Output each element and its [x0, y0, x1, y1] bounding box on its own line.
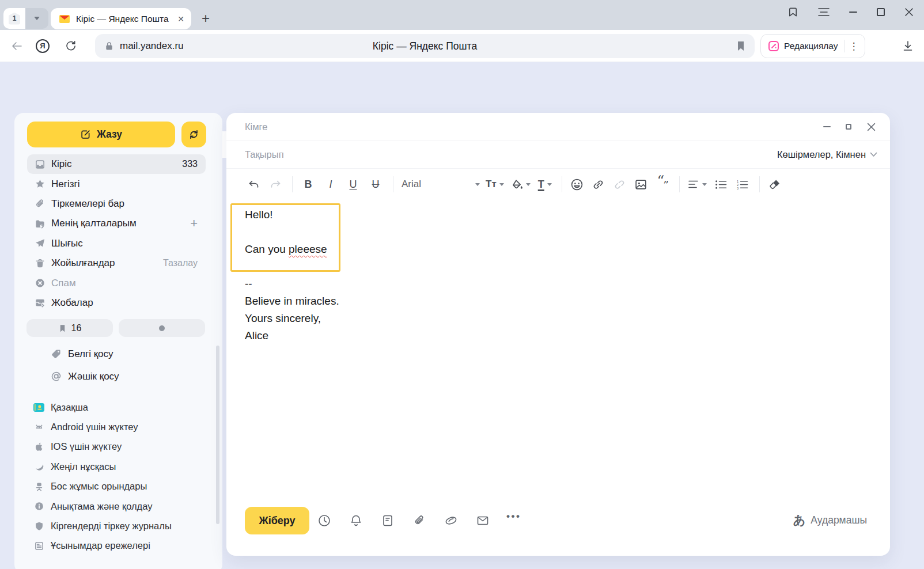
tab-list-chevron-button[interactable] — [25, 8, 48, 29]
sidebar-item-trash[interactable]: Жойылғандар Тазалау — [27, 253, 206, 273]
insert-image-button[interactable] — [634, 176, 648, 193]
window-maximize-icon[interactable] — [877, 8, 885, 16]
undo-button[interactable] — [247, 176, 261, 193]
new-tab-button[interactable]: + — [197, 8, 214, 29]
sidebar-item-spam[interactable]: Спам — [27, 273, 206, 293]
clear-formatting-eraser-button[interactable] — [768, 176, 782, 193]
add-folder-icon[interactable]: + — [190, 216, 198, 231]
insert-link-button[interactable] — [592, 176, 605, 193]
highlight-color-button[interactable] — [512, 176, 531, 193]
font-family-select[interactable]: Arial — [402, 179, 480, 190]
vacancies-item[interactable]: Бос жұмыс орындары — [14, 477, 222, 496]
template-icon[interactable] — [381, 514, 395, 528]
sidebar-item-sent[interactable]: Шығыс — [27, 234, 206, 253]
address-bar[interactable]: mail.yandex.ru Кіріс — Яндекс Пошта — [95, 34, 755, 58]
text-color-button[interactable]: T — [538, 176, 552, 193]
compose-button-label: Жазу — [97, 128, 122, 141]
notification-bell-icon[interactable] — [349, 514, 363, 528]
login-journal-item[interactable]: Кіргендерді тіркеу журналы — [14, 516, 222, 536]
edit-button[interactable]: Редакциялау ⋮ — [760, 34, 865, 58]
emoji-button[interactable] — [570, 176, 584, 193]
bullet-list-button[interactable] — [714, 176, 728, 193]
format-toolbar: B I U U Arial Tт T — [226, 169, 890, 200]
window-controls — [787, 0, 914, 24]
sidebar-item-inbox[interactable]: Кіріс 333 — [27, 154, 206, 174]
attach-from-mail-icon[interactable] — [476, 514, 490, 528]
message-body[interactable]: Hello! Can you pleeese -- Believe in mir… — [245, 206, 339, 344]
yandex-browser-icon[interactable]: Я — [36, 39, 50, 53]
edit-button-label: Редакциялау — [784, 41, 838, 51]
sidebar-item-projects[interactable]: Жобалар — [27, 293, 206, 313]
bold-button[interactable]: B — [301, 176, 316, 193]
side-panel-icon[interactable] — [787, 6, 798, 18]
svg-text:3: 3 — [737, 187, 739, 189]
tab-count-button[interactable]: 1 — [3, 8, 25, 29]
sidebar-shortcuts: Белгі қосу Жәшік қосу — [14, 343, 222, 388]
more-actions-icon[interactable]: ••• — [506, 511, 521, 522]
italic-button[interactable]: I — [323, 176, 338, 193]
clear-trash-action[interactable]: Тазалау — [163, 258, 198, 268]
compose-button[interactable]: Жазу — [27, 122, 175, 147]
browser-tab-active[interactable]: Кіріс — Яндекс Пошта ✕ — [51, 8, 191, 29]
numbered-list-button[interactable]: 123 — [736, 176, 749, 193]
cc-from-toggle[interactable]: Көшірмелер, Кімнен — [777, 149, 877, 160]
compose-expand-icon[interactable] — [846, 124, 851, 130]
bookmark-icon[interactable] — [736, 41, 745, 51]
align-button[interactable] — [688, 176, 707, 193]
download-icon[interactable] — [901, 39, 915, 53]
translator-button[interactable]: あ Аудармашы — [793, 512, 867, 528]
translate-icon: あ — [793, 512, 806, 528]
font-size-select[interactable]: Tт — [486, 176, 504, 193]
inbox-icon — [34, 159, 46, 170]
blockquote-button[interactable]: “” — [656, 178, 669, 191]
body-line: Hello! — [245, 206, 339, 223]
sidebar-item-my-folders[interactable]: Менің қалталарым + — [27, 214, 206, 233]
add-mailbox-item[interactable]: Жәшік қосу — [14, 365, 222, 388]
subject-field[interactable] — [245, 149, 766, 160]
window-minimize-icon[interactable] — [849, 12, 857, 13]
sidebar-item-with-attachments[interactable]: Тіркемелері бар — [27, 194, 206, 214]
remove-link-button[interactable] — [613, 176, 627, 193]
refresh-button[interactable] — [181, 122, 206, 147]
recommendation-rules-item[interactable]: Ұсынымдар ережелері — [14, 536, 222, 556]
reload-icon[interactable] — [65, 40, 77, 52]
inbox-count: 333 — [182, 159, 198, 169]
caret-down-icon — [547, 183, 552, 186]
kazakh-flag-icon — [33, 403, 44, 412]
add-label-item[interactable]: Белгі қосу — [14, 343, 222, 365]
toolbar-divider — [759, 176, 760, 192]
status-dot-icon — [159, 325, 165, 331]
to-field[interactable] — [245, 122, 812, 132]
ios-download-item[interactable]: IOS үшін жүктеу — [14, 437, 222, 457]
signature-separator: -- — [245, 275, 339, 293]
redo-button[interactable] — [268, 176, 282, 193]
underline-button[interactable]: U — [346, 176, 361, 193]
more-options-icon[interactable]: ⋮ — [849, 40, 859, 52]
tab-close-icon[interactable]: ✕ — [177, 14, 184, 24]
menu-icon[interactable] — [818, 7, 830, 17]
lock-icon[interactable] — [104, 41, 114, 51]
compose-minimize-icon[interactable] — [823, 126, 831, 127]
help-support-item[interactable]: Анықтама және қолдау — [14, 496, 222, 516]
attach-from-disk-icon[interactable] — [444, 514, 458, 528]
mail-sidebar: Жазу Кіріс 333 Негізгі Тіркемелері бар — [14, 113, 222, 569]
caret-down-icon — [526, 183, 531, 186]
strikethrough-button[interactable]: U — [368, 176, 383, 193]
bookmarks-pill[interactable]: 16 — [26, 319, 113, 337]
sidebar-item-important[interactable]: Негізгі — [27, 174, 206, 194]
compose-close-icon[interactable] — [866, 122, 876, 132]
send-button[interactable]: Жіберу — [245, 507, 309, 534]
sidebar-scrollbar[interactable] — [216, 346, 219, 524]
status-pill[interactable] — [119, 319, 205, 337]
trash-icon — [34, 258, 46, 269]
info-icon — [33, 501, 44, 511]
translator-label: Аудармашы — [811, 514, 867, 526]
language-item[interactable]: Қазақша — [14, 397, 222, 417]
light-version-item[interactable]: Жеңіл нұсқасы — [14, 457, 222, 476]
projects-icon — [34, 297, 46, 308]
android-download-item[interactable]: Android үшін жүктеу — [14, 417, 222, 437]
attach-file-icon[interactable] — [412, 514, 426, 528]
back-icon[interactable] — [10, 40, 23, 52]
window-close-icon[interactable] — [904, 7, 914, 17]
schedule-send-clock-icon[interactable] — [317, 514, 331, 528]
